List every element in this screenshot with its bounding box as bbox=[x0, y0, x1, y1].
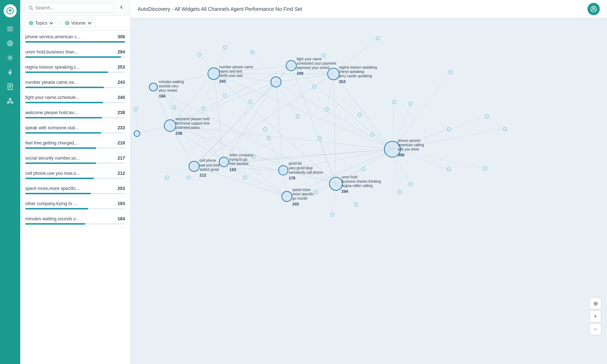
svg-point-149 bbox=[328, 68, 339, 80]
svg-line-70 bbox=[153, 87, 287, 196]
svg-point-140 bbox=[134, 107, 138, 111]
search-input[interactable] bbox=[35, 5, 110, 10]
search-box[interactable] bbox=[25, 3, 114, 13]
topic-name: minutes waiting,sounds v... bbox=[25, 216, 79, 221]
svg-point-116 bbox=[503, 127, 507, 131]
svg-point-142 bbox=[267, 136, 271, 140]
collapse-button[interactable] bbox=[117, 3, 126, 13]
svg-point-121 bbox=[361, 167, 365, 171]
list-item[interactable]: spent more,more specific... 203 bbox=[20, 182, 130, 198]
sidebar-header bbox=[20, 0, 130, 16]
svg-line-58 bbox=[153, 87, 170, 126]
topics-icon bbox=[29, 21, 34, 26]
svg-line-104 bbox=[136, 109, 137, 133]
svg-point-146 bbox=[330, 177, 343, 190]
svg-line-71 bbox=[252, 52, 276, 82]
svg-line-29 bbox=[291, 66, 392, 150]
topic-count: 184 bbox=[114, 216, 125, 221]
topic-count: 253 bbox=[114, 65, 125, 70]
list-item[interactable]: welcome please hold,tec... 238 bbox=[20, 107, 130, 122]
svg-point-123 bbox=[331, 213, 334, 216]
topic-bar bbox=[25, 193, 91, 194]
svg-text:184: 184 bbox=[159, 94, 166, 98]
topic-name: spent more,more specific... bbox=[25, 186, 79, 191]
settings-icon[interactable] bbox=[4, 52, 16, 64]
list-item[interactable]: phone service,american c... 306 bbox=[20, 31, 130, 46]
topic-count: 212 bbox=[114, 171, 125, 176]
svg-point-127 bbox=[358, 113, 361, 117]
svg-point-165 bbox=[219, 157, 229, 166]
topic-count: 217 bbox=[114, 156, 125, 161]
svg-point-114 bbox=[447, 127, 451, 131]
svg-point-17 bbox=[29, 6, 32, 9]
svg-point-4 bbox=[8, 41, 13, 46]
svg-text:minutes waitingsounds veryvery: minutes waitingsounds veryvery review bbox=[159, 80, 184, 92]
topic-bar-bg bbox=[25, 87, 125, 88]
topic-name: number please came,na... bbox=[25, 80, 78, 85]
svg-text:193: 193 bbox=[229, 168, 236, 172]
svg-text:umm holdbusiness thanks thinki: umm holdbusiness thanks thinkingregina m… bbox=[341, 175, 381, 188]
chevron-down-icon bbox=[49, 21, 54, 26]
graph-area[interactable]: phone serviceamerican callingtalk you th… bbox=[130, 18, 607, 364]
topic-bar-bg bbox=[25, 147, 125, 149]
list-item[interactable]: number please came,na... 243 bbox=[20, 76, 130, 91]
topics-list[interactable]: phone service,american c... 306 umm hold… bbox=[20, 31, 130, 364]
list-item[interactable]: speak with someone,stat... 233 bbox=[20, 122, 130, 137]
svg-text:spent moremore specificgo mont: spent moremore specificgo month bbox=[292, 188, 314, 200]
topic-bar-bg bbox=[25, 208, 125, 209]
search-icon bbox=[29, 5, 33, 10]
topic-count: 294 bbox=[114, 49, 125, 55]
network-graph: phone serviceamerican callingtalk you th… bbox=[130, 18, 607, 364]
svg-point-20 bbox=[30, 22, 32, 24]
svg-point-5 bbox=[9, 42, 11, 44]
page-title: AutoDiscovery - All Widgets All Channels… bbox=[138, 6, 302, 12]
svg-text:178: 178 bbox=[289, 176, 295, 180]
app-logo[interactable] bbox=[4, 4, 17, 17]
topic-count: 243 bbox=[114, 80, 125, 85]
list-item[interactable]: minutes waiting,sounds v... 184 bbox=[20, 213, 130, 228]
list-item[interactable]: fight your name,schedule... 240 bbox=[20, 91, 130, 107]
svg-point-171 bbox=[282, 191, 292, 202]
topic-name: other company,trying to ... bbox=[25, 201, 77, 206]
svg-point-113 bbox=[449, 70, 452, 74]
topic-bar bbox=[25, 87, 104, 88]
svg-point-128 bbox=[318, 136, 322, 140]
svg-point-19 bbox=[29, 21, 33, 25]
nodes-icon[interactable] bbox=[4, 95, 16, 107]
svg-line-92 bbox=[320, 138, 336, 184]
svg-text:cell phoneuse you loseswitch g: cell phoneuse you loseswitch great bbox=[199, 159, 220, 171]
svg-text:203: 203 bbox=[292, 202, 299, 206]
svg-point-161 bbox=[271, 77, 281, 87]
topic-name: fight your name,schedule... bbox=[25, 95, 79, 100]
bolt-icon[interactable] bbox=[4, 66, 16, 78]
topic-bar-bg bbox=[25, 117, 125, 118]
locate-button[interactable]: ⊕ bbox=[590, 298, 601, 309]
svg-text:238: 238 bbox=[176, 131, 182, 135]
list-item[interactable]: other company,trying to ... 193 bbox=[20, 198, 130, 213]
list-item[interactable]: social security number,so... 217 bbox=[20, 152, 130, 167]
topics-filter-button[interactable]: Topics bbox=[25, 19, 58, 27]
list-item[interactable]: umm hold,business than... 294 bbox=[20, 46, 130, 61]
document-icon[interactable] bbox=[4, 81, 16, 92]
topic-count: 203 bbox=[114, 186, 125, 191]
topic-bar bbox=[25, 132, 101, 134]
volume-filter-label: Volume bbox=[71, 21, 86, 26]
zoom-in-button[interactable]: + bbox=[590, 311, 601, 322]
list-item[interactable]: cell phone,use you lose,s... 212 bbox=[20, 167, 130, 182]
menu-icon[interactable] bbox=[4, 23, 16, 35]
svg-point-174 bbox=[149, 83, 157, 91]
list-item[interactable]: regina towson speaking,c... 253 bbox=[20, 61, 130, 76]
svg-text:240: 240 bbox=[297, 71, 303, 75]
svg-point-11 bbox=[9, 98, 11, 100]
svg-point-132 bbox=[187, 176, 190, 179]
svg-line-50 bbox=[214, 74, 224, 162]
analytics-icon[interactable] bbox=[4, 38, 16, 49]
volume-filter-button[interactable]: Volume bbox=[61, 19, 96, 27]
list-item[interactable]: feel free,getting charged,... 218 bbox=[20, 137, 130, 152]
svg-point-168 bbox=[279, 166, 288, 175]
zoom-out-button[interactable]: − bbox=[590, 324, 601, 335]
topic-bar bbox=[25, 72, 108, 73]
svg-point-115 bbox=[485, 115, 489, 118]
svg-point-12 bbox=[7, 102, 9, 103]
topic-bar-bg bbox=[25, 162, 125, 164]
